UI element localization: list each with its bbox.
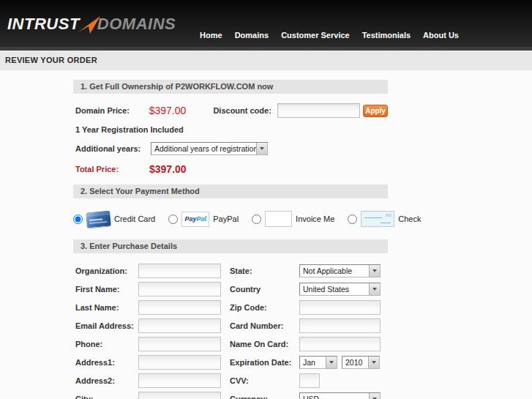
check-icon	[361, 211, 394, 227]
currency-select[interactable]: USD	[299, 392, 381, 399]
expiration-year-select[interactable]: 2010	[342, 356, 380, 369]
email-input[interactable]	[138, 318, 221, 333]
form-row-phone-nameoncard: Phone: Name On Card:	[73, 337, 388, 351]
invoice-radio[interactable]	[252, 215, 261, 224]
logo-arrow-icon	[77, 15, 102, 37]
name-on-card-label: Name On Card:	[230, 340, 299, 348]
review-band: REVIEW YOUR ORDER	[0, 51, 532, 70]
payment-option-invoice[interactable]: Invoice Me	[252, 211, 334, 227]
last-name-input[interactable]	[138, 300, 221, 315]
nav-domains[interactable]: Domains	[235, 31, 269, 40]
check-label: Check	[398, 215, 421, 223]
nav-about-us[interactable]: About Us	[423, 31, 459, 40]
phone-input[interactable]	[138, 337, 221, 351]
discount-code-label: Discount code:	[213, 106, 277, 115]
site-header: INTRUST DOMAINS Home Domains Customer Se…	[0, 0, 532, 51]
credit-card-label: Credit Card	[114, 215, 155, 223]
review-heading: REVIEW YOUR ORDER	[5, 56, 97, 64]
address2-label: Address2:	[73, 376, 138, 385]
chevron-down-icon	[368, 357, 379, 368]
zip-code-label: Zip Code:	[230, 303, 299, 312]
form-row-address1-expiration: Address1: Expiration Date: Jan 2010	[73, 355, 388, 370]
logo-text-intrust: INTRUST	[7, 15, 80, 34]
additional-years-value: Additional years of registration	[151, 144, 256, 153]
apply-button[interactable]: Apply	[363, 105, 388, 117]
chevron-down-icon	[326, 357, 337, 368]
address1-label: Address1:	[73, 358, 138, 367]
total-price-label: Total Price:	[73, 165, 149, 174]
section2-header: 2. Select Your Payment Method	[73, 184, 388, 198]
payment-option-paypal[interactable]: PayPal PayPal	[168, 212, 239, 227]
cvv-label: CVV:	[230, 376, 299, 385]
first-name-input[interactable]	[138, 282, 221, 297]
form-row-lastname-zip: Last Name: Zip Code:	[73, 300, 388, 315]
chevron-down-icon	[369, 265, 380, 277]
credit-card-radio[interactable]	[73, 215, 83, 224]
first-name-label: First Name:	[73, 285, 138, 294]
form-row-email-cardnumber: Email Address: Card Number:	[73, 318, 388, 333]
credit-card-icon	[86, 210, 111, 228]
discount-code-input[interactable]	[277, 103, 360, 118]
additional-years-label: Additional years:	[73, 144, 151, 153]
domain-price-label: Domain Price:	[73, 106, 149, 115]
expiration-date-label: Expiration Date:	[230, 358, 299, 367]
invoice-icon	[265, 211, 292, 227]
form-row-address2-cvv: Address2: CVV:	[73, 373, 388, 388]
total-price-row: Total Price: $397.00	[73, 163, 388, 175]
additional-years-row: Additional years: Additional years of re…	[73, 142, 388, 155]
paypal-label: PayPal	[213, 215, 239, 223]
state-label: State:	[230, 266, 299, 275]
state-select[interactable]: Not Applicable	[299, 264, 381, 277]
form-row-firstname-country: First Name: Country United States	[73, 282, 388, 297]
organization-input[interactable]	[138, 264, 221, 278]
name-on-card-input[interactable]	[299, 337, 381, 351]
country-select[interactable]: United States	[299, 283, 381, 296]
cvv-input[interactable]	[299, 373, 320, 388]
city-label: City:	[73, 395, 138, 399]
last-name-label: Last Name:	[73, 303, 138, 312]
card-number-input[interactable]	[299, 318, 381, 333]
order-content: 1. Get Full Ownership of P2WORKFLOW.COM …	[73, 80, 388, 399]
chevron-down-icon	[256, 143, 267, 154]
country-label: Country	[230, 285, 299, 294]
payment-option-credit-card[interactable]: Credit Card	[73, 212, 155, 227]
organization-label: Organization:	[73, 266, 138, 275]
address1-input[interactable]	[138, 355, 221, 370]
chevron-down-icon	[369, 283, 380, 295]
domain-price-row: Domain Price: $397.00 Discount code: App…	[73, 103, 388, 118]
check-radio[interactable]	[348, 215, 357, 224]
payment-methods-row: Credit Card PayPal PayPal Invoice Me Che…	[73, 208, 388, 230]
section1-header: 1. Get Full Ownership of P2WORKFLOW.COM …	[73, 80, 388, 94]
currency-label: Currency:	[230, 395, 299, 399]
domain-price-value: $397.00	[149, 105, 214, 116]
paypal-icon: PayPal	[181, 212, 209, 227]
chevron-down-icon	[369, 393, 380, 399]
phone-label: Phone:	[73, 340, 138, 348]
additional-years-select[interactable]: Additional years of registration	[151, 142, 268, 155]
registration-note: 1 Year Registration Included	[73, 125, 388, 134]
city-input[interactable]	[138, 392, 221, 399]
card-number-label: Card Number:	[230, 321, 299, 330]
payment-option-check[interactable]: Check	[348, 211, 421, 227]
email-label: Email Address:	[73, 321, 138, 330]
address2-input[interactable]	[138, 373, 221, 388]
expiration-month-select[interactable]: Jan	[299, 356, 337, 369]
paypal-radio[interactable]	[168, 215, 178, 224]
purchase-details-form: Organization: State: Not Applicable Firs…	[73, 264, 388, 399]
site-logo[interactable]: INTRUST DOMAINS	[7, 12, 176, 34]
main-nav: Home Domains Customer Service Testimonia…	[200, 31, 459, 40]
invoice-label: Invoice Me	[296, 215, 334, 223]
nav-customer-service[interactable]: Customer Service	[281, 31, 350, 40]
logo-text-domains: DOMAINS	[97, 15, 176, 34]
nav-home[interactable]: Home	[200, 31, 222, 40]
zip-code-input[interactable]	[299, 300, 381, 315]
nav-testimonials[interactable]: Testimonials	[362, 31, 411, 40]
section3-header: 3. Enter Purchase Details	[73, 239, 388, 253]
form-row-organization-state: Organization: State: Not Applicable	[73, 264, 388, 278]
total-price-value: $397.00	[149, 163, 187, 175]
form-row-city-currency: City: Currency: USD	[73, 392, 388, 399]
